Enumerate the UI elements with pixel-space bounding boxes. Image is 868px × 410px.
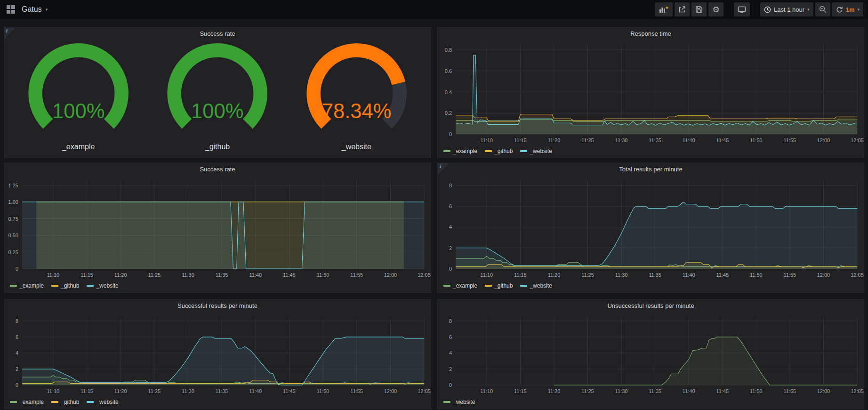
time-range-picker[interactable]: Last 1 hour ▾ [760, 2, 813, 16]
legend-swatch-icon [87, 401, 94, 403]
panel-success-rate-graph: Success rate 00.250.500.751.001.2511:101… [4, 163, 431, 293]
save-button[interactable] [691, 2, 707, 16]
share-icon [678, 6, 686, 13]
clock-icon [764, 6, 771, 13]
gauge-website: 78.34% _website [287, 40, 426, 158]
svg-text:6: 6 [449, 334, 452, 340]
svg-text:12:00: 12:00 [817, 272, 830, 278]
legend-item-github[interactable]: _github [485, 148, 513, 154]
legend-item-example[interactable]: _example [10, 399, 44, 405]
legend-item-example[interactable]: _example [443, 148, 477, 154]
svg-text:0.2: 0.2 [445, 110, 452, 116]
legend-item-example[interactable]: _example [10, 282, 44, 289]
svg-text:8: 8 [16, 318, 18, 324]
legend-swatch-icon [443, 150, 450, 152]
gauge-label: _website [342, 143, 371, 158]
svg-text:11:35: 11:35 [649, 388, 661, 394]
legend-label: _website [96, 399, 118, 405]
share-button[interactable] [675, 2, 690, 16]
svg-text:100%: 100% [52, 100, 105, 122]
refresh-icon [836, 6, 843, 13]
svg-text:11:15: 11:15 [514, 272, 527, 278]
panel-title[interactable]: Successful results per minute [4, 300, 431, 312]
add-panel-button[interactable] [655, 2, 673, 16]
svg-text:11:35: 11:35 [649, 272, 661, 278]
svg-text:11:10: 11:10 [480, 137, 493, 143]
total-results-chart[interactable]: 0246811:1011:1511:2011:2511:3011:3511:40… [438, 176, 864, 281]
legend-swatch-icon [520, 285, 527, 287]
svg-text:11:50: 11:50 [750, 388, 763, 394]
legend-item-website[interactable]: _website [443, 399, 475, 405]
svg-text:1.25: 1.25 [8, 183, 18, 188]
legend-item-website[interactable]: _website [87, 399, 118, 405]
dashboard-picker[interactable]: Gatus ▾ [22, 5, 48, 14]
svg-text:11:30: 11:30 [615, 388, 628, 394]
legend-swatch-icon [51, 401, 58, 403]
svg-text:12:00: 12:00 [817, 137, 830, 143]
legend-swatch-icon [10, 401, 17, 403]
legend-label: _example [453, 282, 477, 289]
legend-swatch-icon [443, 401, 450, 403]
dashboard-grid-button[interactable] [5, 3, 19, 16]
svg-text:8: 8 [449, 318, 452, 324]
chart-legend: _example_github_website [438, 146, 864, 158]
success-rate-chart[interactable]: 00.250.500.751.001.2511:1011:1511:2011:2… [4, 176, 431, 281]
legend-label: _website [530, 282, 552, 289]
svg-text:11:15: 11:15 [80, 272, 93, 278]
gauge-arc: 100% [148, 40, 287, 143]
svg-text:11:15: 11:15 [514, 388, 527, 394]
chart-legend: _example_github_website [4, 281, 431, 292]
svg-text:11:55: 11:55 [350, 388, 363, 394]
svg-text:11:25: 11:25 [148, 388, 161, 394]
svg-text:11:50: 11:50 [750, 137, 763, 143]
legend-item-github[interactable]: _github [485, 282, 513, 289]
svg-text:2: 2 [449, 366, 452, 372]
legend-item-github[interactable]: _github [51, 282, 79, 289]
panel-title[interactable]: Unsuccessful results per minute [438, 300, 864, 312]
svg-text:11:15: 11:15 [514, 137, 527, 143]
svg-text:6: 6 [449, 203, 452, 209]
svg-text:11:35: 11:35 [216, 272, 228, 278]
panel-title[interactable]: Success rate [4, 163, 431, 176]
unsuccessful-results-chart[interactable]: 0246811:1011:1511:2011:2511:3011:3511:40… [438, 312, 864, 397]
panel-info-icon[interactable]: i [4, 28, 16, 39]
legend-item-github[interactable]: _github [51, 399, 79, 405]
panel-title[interactable]: Success rate [4, 28, 431, 40]
legend-label: _github [61, 399, 79, 405]
navbar: Gatus ▾ ⚙ [0, 0, 868, 19]
refresh-picker[interactable]: 1m ▾ [832, 2, 863, 16]
legend-label: _github [61, 282, 79, 289]
response-time-chart[interactable]: 00.20.40.60.811:1011:1511:2011:2511:3011… [438, 40, 864, 146]
svg-text:6: 6 [16, 334, 18, 340]
zoom-out-button[interactable] [815, 2, 830, 16]
legend-item-website[interactable]: _website [520, 148, 552, 154]
settings-button[interactable]: ⚙ [708, 2, 723, 16]
cycle-view-button[interactable] [734, 2, 750, 16]
legend-label: _example [19, 399, 44, 405]
svg-text:11:45: 11:45 [283, 388, 296, 394]
tv-icon [738, 6, 746, 13]
legend-label: _example [19, 282, 44, 289]
svg-text:0: 0 [449, 382, 452, 388]
panel-title[interactable]: Response time [438, 28, 864, 40]
svg-text:12:05: 12:05 [851, 388, 864, 394]
legend-item-website[interactable]: _website [87, 282, 118, 289]
svg-text:4: 4 [449, 224, 452, 230]
panel-successful-results: Successful results per minute 0246811:10… [4, 299, 431, 409]
svg-text:11:30: 11:30 [182, 272, 194, 278]
svg-text:0: 0 [16, 266, 18, 272]
svg-text:11:45: 11:45 [716, 388, 729, 394]
successful-results-chart[interactable]: 0246811:1011:1511:2011:2511:3011:3511:40… [4, 312, 431, 397]
legend-item-website[interactable]: _website [520, 282, 552, 289]
legend-item-example[interactable]: _example [443, 282, 477, 289]
svg-text:11:20: 11:20 [548, 137, 561, 143]
svg-text:2: 2 [449, 245, 452, 251]
svg-text:0.6: 0.6 [445, 68, 452, 74]
svg-text:11:10: 11:10 [480, 272, 493, 278]
bar-chart-plus-icon [659, 6, 669, 13]
svg-text:11:20: 11:20 [548, 388, 561, 394]
panel-title[interactable]: Total results per minute [438, 163, 864, 176]
svg-text:8: 8 [449, 183, 452, 188]
panel-info-icon[interactable]: i [438, 163, 449, 175]
gauge-label: _github [205, 143, 230, 158]
